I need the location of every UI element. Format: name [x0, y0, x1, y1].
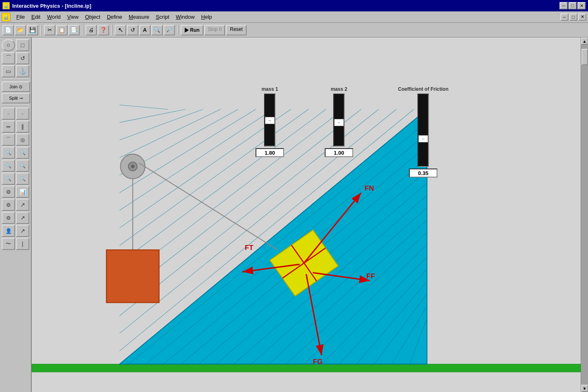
measure-tool1[interactable]: 🔍 [2, 160, 15, 172]
tool-row-14: 〜 ∣ [2, 238, 29, 250]
spring-tool[interactable]: ⌒ [2, 134, 15, 146]
friction-track[interactable]: ─ [418, 94, 429, 167]
svg-point-37 [131, 164, 135, 168]
menu-object[interactable]: Object [82, 13, 104, 21]
mass2-track[interactable]: ─ [333, 94, 345, 147]
zoom-in-tool[interactable]: 🔍 [151, 25, 163, 35]
scroll-thumb[interactable] [581, 49, 588, 65]
reset-button[interactable]: Reset [226, 25, 247, 35]
tool-row-5: ═ ∥ [2, 120, 29, 133]
menu-measure[interactable]: Measure [125, 13, 153, 21]
tool-row-6: ⌒ ◎ [2, 134, 29, 146]
arc-tool[interactable]: ⌒ [2, 52, 15, 64]
paste-button[interactable]: 📑 [68, 25, 80, 35]
save-button[interactable]: 💾 [27, 25, 38, 35]
physics-canvas: FN FT FF FG [32, 37, 581, 392]
mass2-handle[interactable]: ─ [334, 119, 344, 126]
mass1-label: mass 1 [262, 86, 278, 92]
arrow-tool[interactable]: ↗ [16, 199, 29, 211]
title-text: Interactive Physics - [Incline.ip] [12, 3, 91, 9]
right-scrollbar: ▲ ▼ [581, 37, 588, 392]
menu-define[interactable]: Define [104, 13, 126, 21]
menu-view[interactable]: View [64, 13, 82, 21]
tool-row-13: 👤 ↗ [2, 225, 29, 237]
mass1-slider-container: mass 1 ─ 1.80 [256, 86, 284, 157]
menu-window[interactable]: Window [173, 13, 198, 21]
gear-tool3[interactable]: ⚙ [2, 212, 15, 224]
mass1-track[interactable]: ─ [264, 94, 275, 147]
svg-rect-40 [106, 250, 159, 303]
title-bar: 🔬 Interactive Physics - [Incline.ip] ─ □… [0, 0, 588, 11]
tool-row-4: · · [2, 107, 29, 120]
gear-tool[interactable]: ⚙ [2, 186, 15, 198]
close-button[interactable]: ✕ [577, 2, 586, 9]
line-tool[interactable]: ▭ [2, 65, 15, 77]
svg-text:FF: FF [366, 272, 375, 280]
toolbar-sep1 [41, 25, 42, 35]
scroll-down-button[interactable]: ▼ [581, 385, 588, 392]
menu-edit[interactable]: Edit [28, 13, 44, 21]
maximize-button[interactable]: □ [568, 2, 577, 9]
minimize-button[interactable]: ─ [560, 2, 568, 9]
toolbox-sep2 [2, 105, 29, 106]
rectangle-tool[interactable]: □ [16, 39, 29, 51]
toolbar: 📄 📂 💾 ✂ 📋 📑 🖨 ❓ ↖ ↺ A 🔍 🔎 Run Stop II Re… [0, 23, 588, 37]
bar-tool[interactable]: ∣ [16, 238, 29, 250]
measure-tool3[interactable]: 🔍 [2, 173, 15, 185]
run-button[interactable]: Run [181, 25, 203, 35]
arrow-tool2[interactable]: ↗ [16, 212, 29, 224]
menu-maximize-button[interactable]: □ [569, 13, 577, 21]
wave-tool[interactable]: 〜 [2, 238, 15, 250]
help-button[interactable]: ❓ [98, 25, 109, 35]
measure-tool4[interactable]: 🔍 [16, 173, 29, 185]
scroll-track[interactable] [581, 45, 588, 385]
menu-file[interactable]: File [13, 13, 28, 21]
title-bar-buttons: ─ □ ✕ [560, 2, 586, 9]
menu-app-icon: 🔬 [2, 13, 11, 22]
select-tool[interactable]: ↖ [115, 25, 126, 35]
tool-row-3: ▭ ⚓ [2, 65, 29, 77]
scroll-up-button[interactable]: ▲ [581, 37, 588, 45]
tool-row-9: 🔍 🔍 [2, 173, 29, 185]
vline-tool[interactable]: ∥ [16, 120, 29, 133]
anchor-tool[interactable]: ⚓ [16, 65, 29, 77]
hline-tool[interactable]: ═ [2, 120, 15, 133]
canvas-area[interactable]: FN FT FF FG mass 1 ─ 1.80 [32, 37, 581, 392]
zoom-out-tool[interactable]: 🔎 [164, 25, 175, 35]
gear-tool2[interactable]: ⚙ [2, 199, 15, 211]
damper-tool[interactable]: ◎ [16, 134, 29, 146]
copy-button[interactable]: 📋 [56, 25, 68, 35]
menu-minimize-button[interactable]: ─ [560, 13, 568, 21]
graph-tool[interactable]: 📊 [16, 186, 29, 198]
menu-world[interactable]: World [44, 13, 64, 21]
menu-close-button[interactable]: ✕ [578, 13, 586, 21]
undo-tool[interactable]: ↺ [127, 25, 138, 35]
friction-handle[interactable]: ─ [418, 135, 428, 142]
motor-tool[interactable]: 🔍 [2, 147, 15, 159]
person-tool[interactable]: 👤 [2, 225, 15, 237]
menu-help[interactable]: Help [198, 13, 215, 21]
mass1-handle[interactable]: ─ [265, 117, 275, 124]
actuator-tool[interactable]: 🔍 [16, 147, 29, 159]
join-button[interactable]: Join ⊙ [2, 81, 30, 92]
measure-tool2[interactable]: 🔍 [16, 160, 29, 172]
menu-script[interactable]: Script [153, 13, 173, 21]
new-button[interactable]: 📄 [2, 25, 14, 35]
text-tool[interactable]: A [139, 25, 151, 35]
toolbox: ○ □ ⌒ ↺ ▭ ⚓ Join ⊙ Split ⊸ · · ═ ∥ ⌒ ◎ 🔍… [0, 37, 32, 392]
split-button[interactable]: Split ⊸ [2, 93, 30, 103]
dot-tool[interactable]: · [16, 107, 29, 120]
circle-tool[interactable]: ○ [2, 39, 15, 51]
stop-button[interactable]: Stop II [204, 25, 225, 35]
print-button[interactable]: 🖨 [85, 25, 97, 35]
friction-value: 0.35 [409, 169, 437, 177]
toolbar-sep3 [111, 25, 112, 35]
point-tool[interactable]: · [2, 107, 15, 120]
arrow-tool3[interactable]: ↗ [16, 225, 29, 237]
friction-slider-container: Coefficient of Friction ─ 0.35 [398, 86, 448, 177]
rotate-tool[interactable]: ↺ [16, 52, 29, 64]
cut-button[interactable]: ✂ [44, 25, 55, 35]
toolbar-sep2 [82, 25, 83, 35]
tool-row-8: 🔍 🔍 [2, 160, 29, 172]
open-button[interactable]: 📂 [15, 25, 26, 35]
